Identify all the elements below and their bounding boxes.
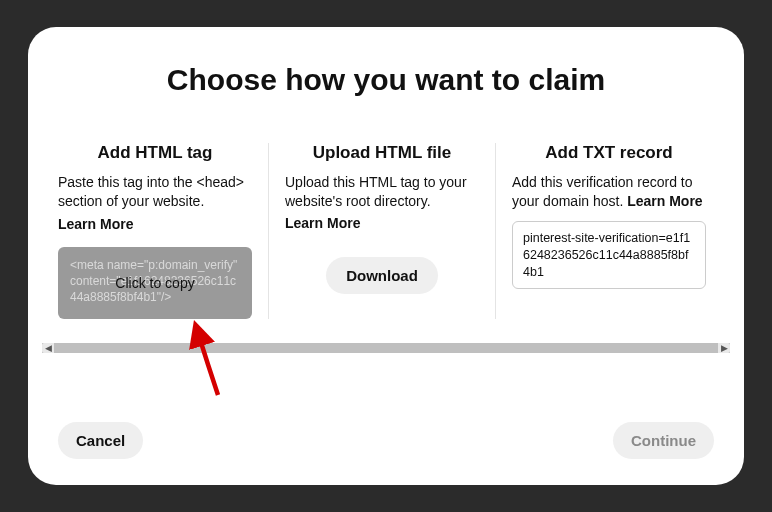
claim-modal: Choose how you want to claim Add HTML ta… bbox=[28, 27, 744, 485]
columns-wrap: Add HTML tag Paste this tag into the <he… bbox=[28, 143, 744, 319]
column-heading: Add TXT record bbox=[512, 143, 706, 163]
download-button[interactable]: Download bbox=[326, 257, 438, 294]
column-upload-file: Upload HTML file Upload this HTML tag to… bbox=[268, 143, 495, 319]
column-html-tag: Add HTML tag Paste this tag into the <he… bbox=[58, 143, 268, 319]
continue-button[interactable]: Continue bbox=[613, 422, 714, 459]
html-tag-code-box[interactable]: <meta name="p:domain_verify" content="e1… bbox=[58, 247, 252, 320]
scrollbar-track[interactable] bbox=[42, 343, 730, 353]
learn-more-link[interactable]: Learn More bbox=[58, 216, 133, 232]
column-heading: Add HTML tag bbox=[58, 143, 252, 163]
columns: Add HTML tag Paste this tag into the <he… bbox=[58, 143, 722, 319]
column-desc: Add this verification record to your dom… bbox=[512, 173, 706, 211]
html-tag-code: <meta name="p:domain_verify" content="e1… bbox=[70, 258, 237, 304]
column-desc: Paste this tag into the <head> section o… bbox=[58, 173, 252, 211]
column-desc: Upload this HTML tag to your website's r… bbox=[285, 173, 479, 211]
cancel-button[interactable]: Cancel bbox=[58, 422, 143, 459]
learn-more-link[interactable]: Learn More bbox=[285, 215, 479, 231]
horizontal-scrollbar[interactable]: ◀ ▶ bbox=[42, 343, 730, 353]
column-txt-record: Add TXT record Add this verification rec… bbox=[495, 143, 722, 319]
scroll-right-arrow-icon[interactable]: ▶ bbox=[718, 343, 730, 353]
scroll-left-arrow-icon[interactable]: ◀ bbox=[42, 343, 54, 353]
learn-more-link[interactable]: Learn More bbox=[627, 193, 702, 209]
txt-record-box[interactable]: pinterest-site-verification=e1f162482365… bbox=[512, 221, 706, 290]
download-row: Download bbox=[285, 257, 479, 294]
modal-title: Choose how you want to claim bbox=[28, 63, 744, 97]
column-heading: Upload HTML file bbox=[285, 143, 479, 163]
annotation-arrow-icon bbox=[156, 315, 246, 405]
modal-footer: Cancel Continue bbox=[28, 422, 744, 465]
